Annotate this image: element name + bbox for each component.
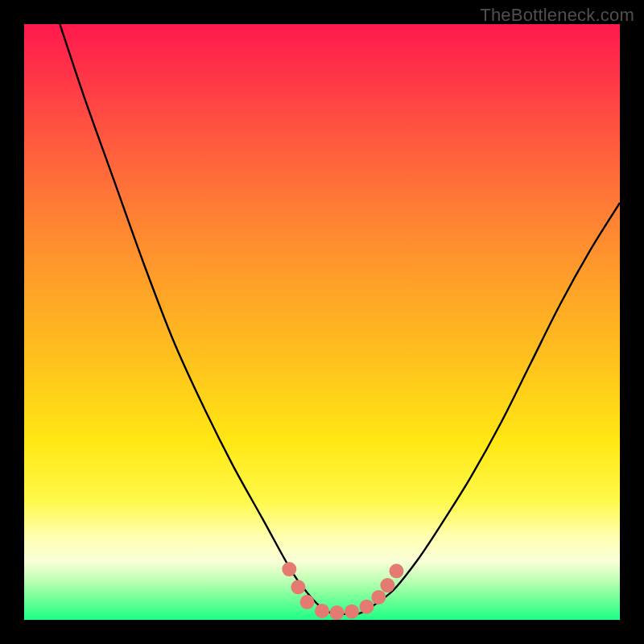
curve-marker: [282, 562, 296, 576]
watermark-text: TheBottleneck.com: [480, 5, 634, 26]
curve-marker: [360, 600, 374, 614]
curve-marker: [390, 564, 404, 578]
curve-marker: [380, 578, 394, 592]
curve-marker: [330, 605, 345, 620]
curve-marker: [291, 580, 305, 594]
curve-marker: [315, 604, 329, 618]
bottleneck-curve: [60, 24, 620, 614]
curve-marker: [371, 590, 386, 605]
curve-marker: [300, 595, 315, 609]
chart-frame: TheBottleneck.com: [0, 0, 644, 644]
curve-marker: [345, 605, 359, 619]
curve-markers: [282, 562, 403, 620]
bottleneck-curve-svg: [24, 24, 620, 620]
plot-area: [24, 24, 620, 620]
